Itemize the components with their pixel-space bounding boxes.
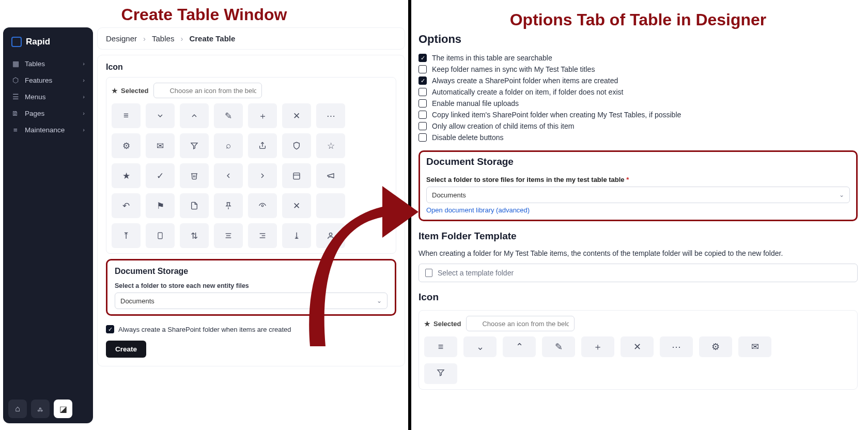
- icon-option-chevron-left[interactable]: [214, 163, 243, 188]
- icon-option-pencil[interactable]: ✎: [214, 103, 243, 128]
- item-folder-template-desc: When creating a folder for My Test Table…: [419, 249, 858, 257]
- sidebar-item-features[interactable]: ⬡ Features ›: [8, 72, 88, 88]
- plus-icon: ＋: [248, 103, 277, 128]
- icon-option-filter[interactable]: [180, 133, 209, 158]
- icon-option-gear[interactable]: ⚙: [699, 336, 732, 357]
- tablet-icon: [146, 223, 175, 248]
- sidebar-item-pages[interactable]: 🗎 Pages ›: [8, 105, 88, 121]
- icon-option-trash[interactable]: [180, 163, 209, 188]
- icon-option-chevron-up[interactable]: [180, 103, 209, 128]
- option-checkbox[interactable]: [419, 65, 427, 73]
- megaphone-icon: [316, 163, 345, 188]
- selected-indicator: ★ Selected: [424, 320, 461, 328]
- icon-option-pin[interactable]: [214, 193, 243, 218]
- icon-search-input[interactable]: [153, 83, 262, 98]
- calendar-icon: [282, 163, 311, 188]
- eye-icon: [248, 193, 277, 218]
- home-button[interactable]: ⌂: [8, 400, 27, 418]
- option-checkbox[interactable]: [419, 54, 427, 62]
- shield-icon: [282, 133, 311, 158]
- icon-option-alignright[interactable]: [248, 223, 277, 248]
- workflow-button[interactable]: ஃ: [31, 400, 50, 418]
- sidebar-item-menus[interactable]: ☰ Menus ›: [8, 88, 88, 105]
- option-row: Only allow creation of child items of th…: [419, 120, 858, 132]
- icon-option-pencil[interactable]: ✎: [542, 336, 575, 357]
- plus-icon: ＋: [593, 341, 602, 353]
- icon-option-more[interactable]: ⋯: [660, 336, 693, 357]
- icon-option-tablet[interactable]: [146, 223, 175, 248]
- ellipsis-icon: ⋯: [672, 341, 681, 352]
- svg-rect-2: [293, 173, 300, 179]
- icon-option-chevron-down[interactable]: [146, 103, 175, 128]
- icon-option-gear[interactable]: ⚙: [112, 133, 141, 158]
- theme-icon: ◪: [59, 404, 67, 414]
- document-storage-select[interactable]: Documents ⌄: [426, 187, 850, 203]
- icon-option-calendar[interactable]: [282, 163, 311, 188]
- icon-option-undo[interactable]: ↶: [112, 193, 141, 218]
- option-checkbox[interactable]: [419, 76, 427, 85]
- icon-option-filter[interactable]: [424, 363, 457, 384]
- pencil-icon: ✎: [214, 103, 243, 128]
- icon-option-plus[interactable]: ＋: [248, 103, 277, 128]
- star-filled-icon: ★: [112, 163, 141, 188]
- create-button[interactable]: Create: [106, 341, 146, 358]
- icon-section-title: Icon: [419, 291, 858, 303]
- icon-option-flag[interactable]: ⚑: [146, 193, 175, 218]
- icon-option-star[interactable]: ☆: [316, 133, 345, 158]
- logo-icon: [11, 37, 22, 47]
- icon-option-chevron-up[interactable]: ⌃: [503, 336, 536, 357]
- icon-option-megaphone[interactable]: [316, 163, 345, 188]
- user-icon: [316, 223, 345, 248]
- always-create-folder-checkbox[interactable]: [106, 325, 114, 333]
- hamburger-icon: ≡: [112, 103, 141, 128]
- option-checkbox[interactable]: [419, 111, 427, 119]
- chevron-down-icon: ⌄: [377, 297, 382, 304]
- icon-option-more[interactable]: ⋯: [316, 103, 345, 128]
- icon-option-aligncenter[interactable]: [214, 223, 243, 248]
- icon-option-eye[interactable]: [248, 193, 277, 218]
- mail-icon: ✉: [146, 133, 175, 158]
- icon-option-mail[interactable]: ✉: [146, 133, 175, 158]
- icon-option-chevron-down[interactable]: ⌄: [463, 336, 497, 357]
- icon-option-file[interactable]: [180, 193, 209, 218]
- option-checkbox[interactable]: [419, 122, 427, 130]
- sidebar-item-tables[interactable]: ▦ Tables ›: [8, 55, 88, 72]
- icon-option-x[interactable]: ✕: [282, 103, 311, 128]
- breadcrumb-item[interactable]: Tables: [152, 34, 174, 43]
- icon-option-mail[interactable]: ✉: [738, 336, 771, 357]
- breadcrumb-item[interactable]: Designer: [106, 34, 137, 43]
- icon-option-blank1[interactable]: [316, 193, 345, 218]
- icon-option-user[interactable]: [316, 223, 345, 248]
- icon-option-plus[interactable]: ＋: [581, 336, 614, 357]
- icon-option-x[interactable]: ✕: [621, 336, 654, 357]
- open-document-library-link[interactable]: Open document library (advanced): [426, 206, 530, 214]
- icon-option-chevron-right[interactable]: [248, 163, 277, 188]
- document-storage-select[interactable]: Documents ⌄: [115, 293, 388, 309]
- undo-icon: ↶: [112, 193, 141, 218]
- template-placeholder: Select a template folder: [438, 269, 514, 277]
- icon-option-starfill[interactable]: ★: [112, 163, 141, 188]
- option-row: Keep folder names in sync with My Test T…: [419, 64, 858, 75]
- icon-option-cancel[interactable]: ✕: [282, 193, 311, 218]
- icon-option-hamburger[interactable]: ≡: [424, 336, 457, 357]
- icon-option-search[interactable]: ⌕: [214, 133, 243, 158]
- icon-option-download[interactable]: ⤓: [282, 223, 311, 248]
- option-row: Automatically create a folder on item, i…: [419, 86, 858, 98]
- sidebar-item-maintenance[interactable]: ≡ Maintenance ›: [8, 121, 88, 138]
- icon-option-check[interactable]: ✓: [146, 163, 175, 188]
- option-checkbox[interactable]: [419, 133, 427, 142]
- svg-point-13: [329, 233, 332, 236]
- theme-button[interactable]: ◪: [54, 400, 72, 418]
- icon-option-shield[interactable]: [282, 133, 311, 158]
- option-checkbox[interactable]: [419, 88, 427, 96]
- svg-point-5: [261, 205, 264, 207]
- template-folder-select[interactable]: Select a template folder: [419, 264, 858, 282]
- icon-grid: ≡ ✎ ＋ ✕ ⋯ ⚙ ✉ ⌕: [112, 103, 391, 248]
- icon-option-hamburger[interactable]: ≡: [112, 103, 141, 128]
- icon-option-share[interactable]: [248, 133, 277, 158]
- icon-option-sort[interactable]: ⇅: [180, 223, 209, 248]
- align-center-icon: [214, 223, 243, 248]
- option-checkbox[interactable]: [419, 99, 427, 108]
- icon-option-upload[interactable]: ⤒: [112, 223, 141, 248]
- icon-search-input[interactable]: [466, 316, 575, 331]
